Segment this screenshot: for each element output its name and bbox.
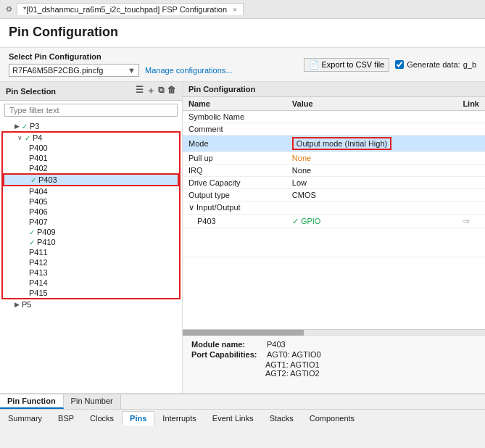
nav-tabs: Summary BSP Clocks Pins Interrupts Event… [0,410,485,426]
row-p403[interactable]: P403 ✓ GPIO ⇒ [183,215,485,228]
row-p403-link[interactable]: ⇒ [457,215,485,228]
nav-tab-bsp[interactable]: BSP [50,411,82,426]
export-label: Export to CSV file [321,60,384,69]
tree-item-p404[interactable]: P404 [3,186,179,196]
list-icon[interactable]: ☰ [136,85,144,97]
col-value: Value [286,97,457,111]
tab-close-button[interactable]: × [233,6,237,14]
tree-item-p5[interactable]: ▶ P5 [0,299,182,310]
row-symbolic-name[interactable]: Symbolic Name [183,111,485,123]
tree-item-p4[interactable]: ∨ ✓ P4 [3,133,179,143]
expand-arrow-p5: ▶ [14,301,20,308]
check-p409: ✓ [29,228,35,236]
row-input-output-group: ∨ Input/Output [183,202,485,215]
nav-tab-components[interactable]: Components [302,411,362,426]
port-cap-value-0: AGT0: AGTIO0 [267,350,321,359]
config-row: R7FA6M5BF2CBG.pincfg ▼ Manage configurat… [9,64,232,77]
tree-label-p3: P3 [30,122,39,130]
nav-tab-summary[interactable]: Summary [0,411,50,426]
row-comment-label: Comment [183,123,286,136]
tree-label-p406: P406 [29,207,48,216]
expand-arrow-p3: ▶ [14,123,20,130]
row-pullup[interactable]: Pull up None [183,152,485,165]
pin-selection-header: Pin Selection ☰ ＋ ⧉ 🗑 [0,82,182,101]
tree-item-p403[interactable]: ✓ P403 [3,173,179,186]
row-input-output-label: ∨ Input/Output [183,202,286,215]
tree-label-p415: P415 [29,289,48,297]
generate-data-row: Generate data: g_b [395,60,476,69]
row-drive-capacity-value[interactable]: Low [286,177,457,189]
title-bar: ⚙ *[01_dshanmcu_ra6m5_i2c_touchpad] FSP … [0,0,485,19]
tree-item-p412[interactable]: P412 [3,257,179,267]
delete-icon[interactable]: 🗑 [167,85,176,97]
row-output-type[interactable]: Output type CMOS [183,189,485,202]
tree-label-p5: P5 [22,300,31,309]
row-p403-value[interactable]: ✓ GPIO [286,215,457,228]
tree-item-p407[interactable]: P407 [3,217,179,227]
row-mode[interactable]: Mode Output mode (Initial High) [183,136,485,152]
pin-filter-input[interactable] [4,104,178,117]
config-dropdown-value: R7FA6M5BF2CBG.pincfg [12,66,103,75]
nav-tab-pins[interactable]: Pins [122,411,154,426]
export-csv-button[interactable]: 📄 Export to CSV file [304,58,389,72]
tree-item-p3[interactable]: ▶ ✓ P3 [0,121,182,131]
row-mode-value[interactable]: Output mode (Initial High) [286,136,457,152]
add-icon[interactable]: ＋ [146,85,155,97]
horizontal-scrollbar[interactable] [183,329,485,335]
row-drive-capacity-label: Drive Capacity [183,177,286,189]
bottom-tabs: Pin Function Pin Number [0,394,485,410]
row-comment[interactable]: Comment [183,123,485,136]
check-p410: ✓ [29,238,35,246]
row-irq-label: IRQ [183,165,286,177]
row-comment-link [457,123,485,136]
tree-item-p406[interactable]: P406 [3,207,179,217]
title-bar-tab[interactable]: *[01_dshanmcu_ra6m5_i2c_touchpad] FSP Co… [17,3,244,15]
scrollbar-thumb[interactable] [183,330,304,336]
manage-configurations-link[interactable]: Manage configurations... [145,66,232,75]
info-row-module: Module name: P403 [191,340,476,349]
row-irq[interactable]: IRQ None [183,165,485,177]
nav-tab-interrupts[interactable]: Interrupts [154,411,204,426]
col-name: Name [183,97,286,111]
copy-icon[interactable]: ⧉ [158,85,165,97]
export-icon: 📄 [309,60,319,70]
generate-data-checkbox[interactable] [395,60,404,69]
nav-tab-stacks[interactable]: Stacks [262,411,302,426]
nav-tab-clocks[interactable]: Clocks [82,411,122,426]
config-dropdown[interactable]: R7FA6M5BF2CBG.pincfg ▼ [9,64,139,77]
row-output-type-value[interactable]: CMOS [286,189,457,202]
tree-item-p410[interactable]: ✓ P410 [3,237,179,247]
tree-label-p407: P407 [29,217,48,226]
tree-item-p415[interactable]: P415 [3,288,179,298]
tree-item-p400[interactable]: P400 [3,143,179,153]
row-comment-value[interactable] [286,123,457,136]
tree-label-p400: P400 [29,144,48,152]
tree-item-p413[interactable]: P413 [3,267,179,278]
pin-selection-label: Pin Selection [6,87,56,96]
row-drive-capacity-link [457,177,485,189]
p403-link-arrow: ⇒ [463,216,470,226]
tree-item-p409[interactable]: ✓ P409 [3,227,179,237]
filter-wrap [0,101,182,120]
row-pullup-link [457,152,485,165]
port-cap-label: Port Capabilities: [191,350,264,359]
tab-pin-function[interactable]: Pin Function [0,394,64,409]
page-title: Pin Configuration [9,25,476,40]
pin-selection-panel: Pin Selection ☰ ＋ ⧉ 🗑 ▶ ✓ P3 ∨ ✓ [0,82,183,393]
row-symbolic-name-value[interactable] [286,111,457,123]
tree-area[interactable]: ▶ ✓ P3 ∨ ✓ P4 P400 P401 P402 [0,120,182,393]
row-drive-capacity[interactable]: Drive Capacity Low [183,177,485,189]
dropdown-arrow-icon: ▼ [128,66,136,75]
generate-data-value: g_b [463,60,476,69]
tree-item-p401[interactable]: P401 [3,153,179,163]
row-p403-label: P403 [183,215,286,228]
nav-tab-event-links[interactable]: Event Links [204,411,262,426]
row-pullup-value[interactable]: None [286,152,457,165]
pin-config-header: Pin Configuration [183,82,485,97]
tree-item-p405[interactable]: P405 [3,196,179,207]
tree-item-p411[interactable]: P411 [3,247,179,257]
row-irq-value[interactable]: None [286,165,457,177]
tree-item-p414[interactable]: P414 [3,278,179,288]
tree-item-p402[interactable]: P402 [3,163,179,173]
tab-pin-number[interactable]: Pin Number [64,394,121,409]
